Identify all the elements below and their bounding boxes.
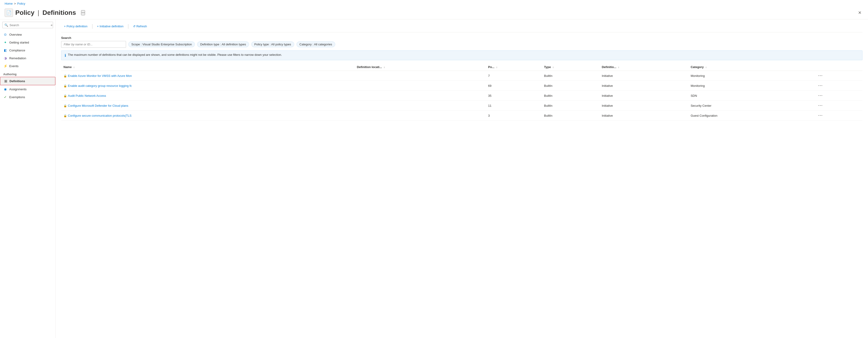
sort-icon-location: ↕ xyxy=(383,66,385,69)
sidebar-item-assignments[interactable]: Assignments xyxy=(0,85,55,93)
toolbar-divider-2 xyxy=(128,24,128,29)
cell-type-2: BuiltIn xyxy=(541,91,599,101)
cell-location-4 xyxy=(354,111,486,121)
cell-policies-0: 7 xyxy=(486,71,541,81)
cell-location-2 xyxy=(354,91,486,101)
col-category[interactable]: Category ↕ xyxy=(688,63,814,71)
cell-name-2[interactable]: 🔒Audit Public Network Access xyxy=(61,91,354,101)
table-header: Name ↕ Definition locati... ↕ Po... ↕ xyxy=(61,63,863,71)
info-bar-message: The maximum number of definitions that c… xyxy=(68,53,282,57)
page-title: Policy | Definitions xyxy=(15,9,76,16)
table-row: 🔒Audit Public Network Access 35 BuiltIn … xyxy=(61,91,863,101)
cell-more-4: ··· xyxy=(815,111,863,121)
search-icon: 🔍 xyxy=(4,23,8,27)
cell-category-3: Security Center xyxy=(688,101,814,111)
sidebar-item-exemptions[interactable]: Exemptions xyxy=(0,93,55,101)
cell-policies-4: 3 xyxy=(486,111,541,121)
row-more-button-2[interactable]: ··· xyxy=(817,93,824,98)
table-row: 🔒Configure secure communication protocol… xyxy=(61,111,863,121)
info-icon: ℹ xyxy=(65,53,66,58)
sidebar-item-events[interactable]: Events xyxy=(0,62,55,70)
search-row: Scope : Visual Studio Enterprise Subscri… xyxy=(61,41,863,48)
sidebar-label-overview: Overview xyxy=(9,33,22,36)
breadcrumb: Home > Policy xyxy=(0,0,868,7)
sidebar-collapse-button[interactable]: « xyxy=(51,23,53,27)
definition-type-filter-badge[interactable]: Definition type : All definition types xyxy=(197,41,249,47)
events-icon xyxy=(3,64,7,68)
sort-icon-definition: ↕ xyxy=(618,66,619,69)
cell-name-1[interactable]: 🔒Enable audit category group resource lo… xyxy=(61,81,354,91)
cell-more-1: ··· xyxy=(815,81,863,91)
lock-icon-1: 🔒 xyxy=(63,84,67,88)
cell-definition-0: Initiative xyxy=(599,71,688,81)
definitions-icon xyxy=(3,79,8,83)
breadcrumb-separator: > xyxy=(14,2,16,5)
getting-started-icon xyxy=(3,40,7,44)
table-row: 🔒Enable audit category group resource lo… xyxy=(61,81,863,91)
remediation-icon xyxy=(3,56,7,60)
sidebar-label-definitions: Definitions xyxy=(9,79,25,83)
cell-policies-2: 35 xyxy=(486,91,541,101)
cell-more-3: ··· xyxy=(815,101,863,111)
scope-filter-badge[interactable]: Scope : Visual Studio Enterprise Subscri… xyxy=(128,41,195,47)
cell-more-2: ··· xyxy=(815,91,863,101)
sidebar-search-input[interactable] xyxy=(9,23,49,27)
cell-location-1 xyxy=(354,81,486,91)
sidebar-item-definitions[interactable]: Definitions xyxy=(0,77,55,85)
row-more-button-3[interactable]: ··· xyxy=(817,103,824,108)
sidebar-item-remediation[interactable]: Remediation xyxy=(0,54,55,62)
col-policies[interactable]: Po... ↕ xyxy=(486,63,541,71)
definitions-table: Name ↕ Definition locati... ↕ Po... ↕ xyxy=(61,63,863,121)
page-header: 📄 Policy | Definitions ··· ✕ xyxy=(0,7,868,20)
cell-definition-2: Initiative xyxy=(599,91,688,101)
cell-type-0: BuiltIn xyxy=(541,71,599,81)
col-name[interactable]: Name ↕ xyxy=(61,63,354,71)
sidebar-item-getting-started[interactable]: Getting started xyxy=(0,38,55,46)
sidebar-item-compliance[interactable]: Compliance xyxy=(0,46,55,54)
policy-type-filter-badge[interactable]: Policy type : All policy types xyxy=(251,41,294,47)
toolbar: + Policy definition + Initiative definit… xyxy=(61,23,863,32)
cell-more-0: ··· xyxy=(815,71,863,81)
sidebar-label-remediation: Remediation xyxy=(9,57,26,60)
authoring-section-header: Authoring xyxy=(0,70,55,77)
cell-name-4[interactable]: 🔒Configure secure communication protocol… xyxy=(61,111,354,121)
breadcrumb-current[interactable]: Policy xyxy=(17,2,25,5)
sort-icon-type: ↕ xyxy=(553,66,554,69)
close-button[interactable]: ✕ xyxy=(856,9,863,16)
cell-type-4: BuiltIn xyxy=(541,111,599,121)
sidebar-label-compliance: Compliance xyxy=(9,48,25,52)
row-more-button-4[interactable]: ··· xyxy=(817,113,824,118)
category-filter-badge[interactable]: Category : All categories xyxy=(297,41,335,47)
table-row: 🔒Enable Azure Monitor for VMSS with Azur… xyxy=(61,71,863,81)
lock-icon-4: 🔒 xyxy=(63,114,67,117)
cell-policies-3: 11 xyxy=(486,101,541,111)
compliance-icon xyxy=(3,48,7,52)
table-header-row: Name ↕ Definition locati... ↕ Po... ↕ xyxy=(61,63,863,71)
overview-icon xyxy=(3,32,7,37)
cell-name-3[interactable]: 🔒Configure Microsoft Defender for Cloud … xyxy=(61,101,354,111)
cell-definition-4: Initiative xyxy=(599,111,688,121)
sort-icon-category: ↕ xyxy=(705,66,707,69)
exemptions-icon xyxy=(3,95,7,99)
cell-name-0[interactable]: 🔒Enable Azure Monitor for VMSS with Azur… xyxy=(61,71,354,81)
col-definition-location[interactable]: Definition locati... ↕ xyxy=(354,63,486,71)
sidebar-nav-items: Overview Getting started Compliance Reme… xyxy=(0,31,55,70)
cell-category-0: Monitoring xyxy=(688,71,814,81)
search-input[interactable] xyxy=(61,41,126,48)
row-more-button-0[interactable]: ··· xyxy=(817,73,824,78)
sidebar-label-assignments: Assignments xyxy=(9,88,26,91)
add-initiative-definition-button[interactable]: + Initiative definition xyxy=(94,23,126,29)
table-row: 🔒Configure Microsoft Defender for Cloud … xyxy=(61,101,863,111)
refresh-button[interactable]: ↺ Refresh xyxy=(130,23,150,29)
sidebar-label-events: Events xyxy=(9,64,19,68)
col-definition[interactable]: Definitio... ↕ xyxy=(599,63,688,71)
row-more-button-1[interactable]: ··· xyxy=(817,83,824,88)
cell-location-0 xyxy=(354,71,486,81)
add-policy-definition-button[interactable]: + Policy definition xyxy=(61,23,90,29)
col-type[interactable]: Type ↕ xyxy=(541,63,599,71)
breadcrumb-home[interactable]: Home xyxy=(5,2,13,5)
header-more-button[interactable]: ··· xyxy=(81,10,85,15)
sidebar-item-overview[interactable]: Overview xyxy=(0,31,55,38)
col-actions xyxy=(815,63,863,71)
table-body: 🔒Enable Azure Monitor for VMSS with Azur… xyxy=(61,71,863,121)
